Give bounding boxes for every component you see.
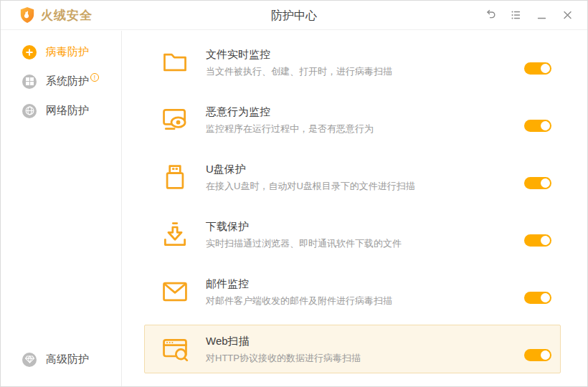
sidebar-item-system-protection[interactable]: 系统防护 !: [1, 67, 121, 96]
app-logo-icon: [19, 6, 35, 24]
protection-row[interactable]: 邮件监控 对邮件客户端收发的邮件及附件进行病毒扫描: [144, 263, 561, 320]
close-icon: [561, 9, 574, 21]
protection-title: 文件实时监控: [206, 47, 392, 62]
toggle-switch[interactable]: [524, 177, 551, 189]
toggle-switch[interactable]: [524, 120, 551, 132]
toggle-switch[interactable]: [524, 234, 551, 247]
close-button[interactable]: [557, 6, 577, 24]
log-list-icon: [510, 9, 522, 21]
alert-badge: !: [90, 73, 99, 82]
log-list-button[interactable]: [506, 6, 526, 24]
protection-text: 恶意行为监控 监控程序在运行过程中，是否有恶意行为: [206, 105, 374, 135]
sidebar-item-advanced-protection[interactable]: 高级防护: [1, 345, 120, 374]
sidebar-item-network-protection[interactable]: 网络防护: [1, 96, 121, 125]
protection-text: 文件实时监控 当文件被执行、创建、打开时，进行病毒扫描: [206, 47, 392, 77]
protection-text: 下载保护 实时扫描通过浏览器、即时通讯软件下载的文件: [206, 219, 402, 249]
protection-text: 邮件监控 对邮件客户端收发的邮件及附件进行病毒扫描: [206, 277, 392, 307]
undo-button[interactable]: [480, 6, 500, 24]
protection-desc: 对邮件客户端收发的邮件及附件进行病毒扫描: [206, 295, 392, 307]
usb-protect-icon: [159, 161, 191, 193]
sidebar: 病毒防护 系统防护 ! 网络防护: [1, 31, 122, 386]
protection-list: 文件实时监控 当文件被执行、创建、打开时，进行病毒扫描: [123, 30, 587, 386]
protection-desc: 实时扫描通过浏览器、即时通讯软件下载的文件: [206, 237, 402, 249]
sidebar-item-label: 系统防护: [46, 75, 89, 88]
toggle-switch[interactable]: [524, 62, 551, 75]
web-scan-icon: [159, 333, 191, 365]
brand-name: 火绒安全: [41, 7, 93, 24]
titlebar: 火绒安全 防护中心: [1, 1, 587, 30]
protection-row[interactable]: 恶意行为监控 监控程序在运行过程中，是否有恶意行为: [144, 91, 561, 148]
toggle-knob: [541, 121, 550, 130]
advanced-protection-icon: [22, 353, 37, 367]
virus-protection-icon: [22, 45, 37, 59]
mail-monitor-icon: [159, 276, 191, 307]
app-window: 火绒安全 防护中心: [0, 0, 588, 387]
protection-row[interactable]: Web扫描 对HTTP协议接收的数据进行病毒扫描: [144, 325, 561, 373]
protection-desc: 在接入U盘时，自动对U盘根目录下的文件进行扫描: [206, 180, 415, 192]
protection-title: U盘保护: [206, 162, 415, 176]
toggle-knob: [541, 236, 550, 245]
protection-text: U盘保护 在接入U盘时，自动对U盘根目录下的文件进行扫描: [206, 162, 415, 192]
sidebar-item-label: 高级防护: [46, 353, 89, 366]
toggle-knob: [541, 64, 550, 73]
toggle-knob: [541, 293, 550, 302]
sidebar-item-label: 病毒防护: [46, 45, 89, 59]
window-controls: [480, 6, 577, 24]
toggle-knob: [541, 178, 550, 188]
minimize-icon: [536, 9, 548, 21]
brand: 火绒安全: [19, 6, 93, 24]
protection-desc: 当文件被执行、创建、打开时，进行病毒扫描: [206, 65, 392, 77]
minimize-button[interactable]: [531, 6, 551, 24]
undo-icon: [484, 9, 496, 21]
sidebar-item-virus-protection[interactable]: 病毒防护: [1, 37, 121, 67]
protection-row[interactable]: 文件实时监控 当文件被执行、创建、打开时，进行病毒扫描: [144, 34, 561, 91]
system-protection-icon: [22, 75, 37, 89]
sidebar-item-label: 网络防护: [46, 104, 89, 118]
protection-title: 邮件监控: [206, 277, 392, 291]
protection-row[interactable]: U盘保护 在接入U盘时，自动对U盘根目录下的文件进行扫描: [144, 148, 561, 206]
toggle-knob: [541, 350, 550, 360]
protection-title: 下载保护: [206, 219, 402, 234]
protection-row[interactable]: 下载保护 实时扫描通过浏览器、即时通讯软件下载的文件: [144, 206, 561, 263]
protection-desc: 对HTTP协议接收的数据进行病毒扫描: [206, 352, 361, 364]
protection-text: Web扫描 对HTTP协议接收的数据进行病毒扫描: [206, 334, 361, 364]
toggle-switch[interactable]: [524, 349, 551, 361]
network-protection-icon: [22, 104, 37, 118]
protection-desc: 监控程序在运行过程中，是否有恶意行为: [206, 123, 374, 135]
behavior-monitor-icon: [159, 104, 191, 135]
download-protect-icon: [159, 219, 191, 250]
file-monitor-icon: [159, 47, 191, 78]
toggle-switch[interactable]: [524, 292, 551, 304]
protection-title: Web扫描: [206, 334, 361, 348]
protection-title: 恶意行为监控: [206, 105, 374, 119]
